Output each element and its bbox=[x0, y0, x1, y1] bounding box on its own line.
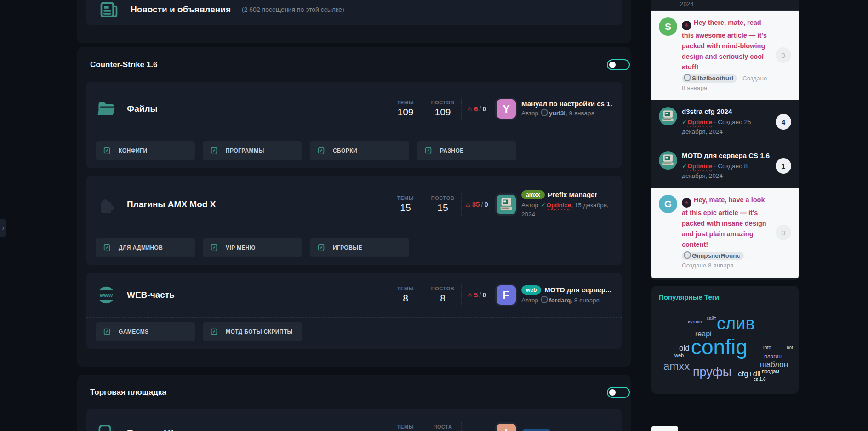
news-announcements-row[interactable]: Новости и объявления (2 602 посещения по… bbox=[86, 0, 622, 25]
tag[interactable]: куплю bbox=[688, 319, 702, 324]
amxx-badge[interactable]: amxx bbox=[521, 190, 545, 199]
sidebar-topic-row[interactable]: MOTD для сервера CS 1.6 ✓Optinice · Созд… bbox=[651, 144, 799, 188]
last-topic-title[interactable]: MOTD для сервер... bbox=[544, 286, 611, 294]
reply-count-badge: 1 bbox=[776, 158, 791, 174]
retro-computer-icon bbox=[660, 108, 676, 125]
forum-row-trade[interactable]: Продам / Куплю ТЕМЫ ПОСТА ⚠2/0 I продамР… bbox=[86, 409, 622, 431]
forum-name: Файлы bbox=[127, 104, 158, 114]
avatar[interactable]: F bbox=[497, 285, 516, 305]
tag[interactable]: сайт bbox=[707, 316, 716, 321]
forum-card-amx-plugins: Плагины AMX Mod X ТЕМЫ 15 ПОСТОВ 15 ⚠35/… bbox=[86, 176, 622, 265]
avatar[interactable]: S bbox=[659, 17, 677, 36]
sidebar-topic-row[interactable]: d3stra cfg 2024 ✓Optinice · Создано 25 д… bbox=[651, 100, 799, 144]
globe-www-icon: www bbox=[96, 284, 117, 306]
tag[interactable]: info bbox=[763, 345, 771, 350]
stat-topics-label: ТЕМЫ bbox=[387, 286, 424, 291]
avatar[interactable]: Y bbox=[497, 99, 516, 119]
forum-row-amx-plugins[interactable]: Плагины AMX Mod X ТЕМЫ 15 ПОСТОВ 15 ⚠35/… bbox=[86, 176, 622, 233]
tag[interactable]: продам bbox=[762, 369, 779, 374]
last-topic-cell: продамРекомендации ... bbox=[521, 429, 612, 431]
stat-posts-label: ПОСТОВ bbox=[424, 195, 461, 201]
last-topic-title[interactable]: Prefix Manager bbox=[548, 191, 598, 198]
chat-edit-icon bbox=[424, 147, 433, 155]
retro-computer-avatar[interactable] bbox=[497, 195, 516, 214]
tag[interactable]: bot bbox=[787, 346, 793, 350]
author-name[interactable]: fordarq bbox=[549, 297, 571, 304]
toggle-knob bbox=[609, 389, 616, 396]
username: Slibziboothuri bbox=[692, 75, 733, 82]
forum-row-web[interactable]: www WEB-часть ТЕМЫ 8 ПОСТОВ 8 ⚠5/0 bbox=[86, 273, 622, 317]
subforum-chip-admins[interactable]: ДЛЯ АДМИНОВ bbox=[96, 238, 195, 257]
username-pill[interactable]: GimpsnerRounc bbox=[682, 252, 744, 260]
sidebar-topic-title[interactable]: d3stra cfg 2024 bbox=[682, 107, 771, 116]
popular-tags-title: Популярные Теги bbox=[651, 293, 799, 307]
subforum-chip-programmy[interactable]: ПРОГРАММЫ bbox=[203, 141, 302, 160]
trade-collapse-toggle[interactable] bbox=[607, 387, 630, 398]
web-badge[interactable]: web bbox=[521, 285, 541, 295]
news-title: Новости и объявления bbox=[131, 5, 231, 15]
last-topic-meta: Автор✓Optinice, 15 декабря, 2024 bbox=[521, 201, 612, 219]
subforum-chip-raznoe[interactable]: РАЗНОЕ bbox=[417, 141, 516, 160]
tag[interactable]: old bbox=[679, 344, 690, 352]
tag[interactable]: плагин bbox=[764, 354, 782, 359]
stat-topics-value: 8 bbox=[387, 292, 424, 304]
subforum-chip-sborki[interactable]: СБОРКИ bbox=[310, 141, 409, 160]
cs16-collapse-toggle[interactable] bbox=[607, 59, 630, 70]
last-topic-title[interactable]: Мануал по настройки cs 1.6 bbox=[521, 100, 612, 108]
subforum-chip-vip-menu[interactable]: VIP МЕНЮ bbox=[203, 238, 302, 257]
username[interactable]: Optinice bbox=[687, 163, 712, 170]
tag[interactable]: amxx bbox=[663, 361, 690, 372]
newspaper-icon bbox=[98, 0, 120, 20]
sidebar-comment-card[interactable]: G ⚠Hey, mate, have a look at this epic a… bbox=[651, 188, 799, 278]
forum-row-files[interactable]: Файлы ТЕМЫ 109 ПОСТОВ 109 ⚠6/0 Y Мануал … bbox=[86, 82, 622, 136]
subforum-chip-gamecms[interactable]: GAMECMS bbox=[96, 322, 195, 341]
stat-topics-value: 109 bbox=[387, 106, 424, 118]
subforum-chip-motd-boty-skripty[interactable]: МОТД БОТЫ СКРИПТЫ bbox=[203, 322, 302, 341]
stat-topics-label: ТЕМЫ bbox=[387, 100, 424, 105]
retro-computer-avatar[interactable] bbox=[659, 107, 677, 125]
sidebar-topic-title[interactable]: MOTD для сервера CS 1.6 bbox=[682, 151, 771, 160]
username[interactable]: Optinice bbox=[687, 119, 712, 125]
tag[interactable]: cfg+dll bbox=[738, 370, 761, 378]
username-pill[interactable]: Slibziboothuri bbox=[682, 74, 737, 83]
tag[interactable]: слив bbox=[717, 315, 755, 332]
chat-edit-icon bbox=[210, 147, 218, 155]
subforum-chip-konfigi[interactable]: КОНФИГИ bbox=[96, 141, 195, 160]
warning-separator: / bbox=[478, 429, 482, 431]
avatar[interactable]: I bbox=[497, 424, 516, 431]
tag[interactable]: cs 1.6 bbox=[754, 377, 766, 382]
avatar[interactable]: G bbox=[659, 195, 677, 213]
chat-edit-icon bbox=[103, 328, 111, 336]
tag[interactable]: web bbox=[674, 353, 684, 358]
last-topic-cell: amxxPrefix Manager Автор✓Optinice, 15 де… bbox=[521, 190, 612, 219]
tag[interactable]: config bbox=[691, 336, 748, 357]
tag[interactable]: пруфы bbox=[693, 366, 731, 379]
author-label: Автор bbox=[521, 110, 538, 117]
topic-date: , 8 января bbox=[571, 297, 600, 304]
stat-topics: ТЕМЫ bbox=[387, 423, 424, 431]
stat-topics-label: ТЕМЫ bbox=[387, 195, 424, 201]
user-ring-icon bbox=[541, 109, 548, 116]
popular-tags-widget: Популярные Теги куплюсайтсливreapioldweb… bbox=[651, 286, 799, 394]
tag-cloud: куплюсайтсливreapioldwebconfiginfobotпла… bbox=[651, 307, 799, 394]
sidebar-comment-card[interactable]: S ⚠Hey there, mate, read this awesome ar… bbox=[651, 11, 799, 100]
puzzle-icon bbox=[96, 194, 117, 215]
prodam-badge[interactable]: продам bbox=[521, 429, 551, 431]
author-name[interactable]: yuri3i bbox=[549, 110, 565, 117]
stat-posts-label: ПОСТОВ bbox=[424, 100, 461, 105]
chat-edit-icon bbox=[317, 147, 326, 155]
author-label: Автор bbox=[521, 297, 538, 304]
topic-date: , 9 января bbox=[565, 110, 594, 117]
check-icon: ✓ bbox=[682, 119, 687, 125]
subforum-label: GAMECMS bbox=[119, 329, 148, 335]
last-topic-meta: Авторyuri3i, 9 января bbox=[521, 109, 612, 118]
author-name[interactable]: Optinice bbox=[546, 202, 571, 209]
last-topic-title[interactable]: Рекомендации ... bbox=[554, 430, 612, 431]
subforum-chip-igrovye[interactable]: ИГРОВЫЕ bbox=[310, 238, 409, 257]
tag[interactable]: шаблон bbox=[760, 361, 788, 369]
forum-name: WEB-часть bbox=[127, 290, 175, 300]
sidebar-expander[interactable]: › bbox=[0, 219, 6, 237]
retro-computer-avatar[interactable] bbox=[659, 151, 677, 170]
subforum-chips: КОНФИГИ ПРОГРАММЫ СБОРКИ РАЗНОЕ bbox=[86, 136, 622, 168]
last-topic-cell: Мануал по настройки cs 1.6 Авторyuri3i, … bbox=[521, 100, 612, 118]
